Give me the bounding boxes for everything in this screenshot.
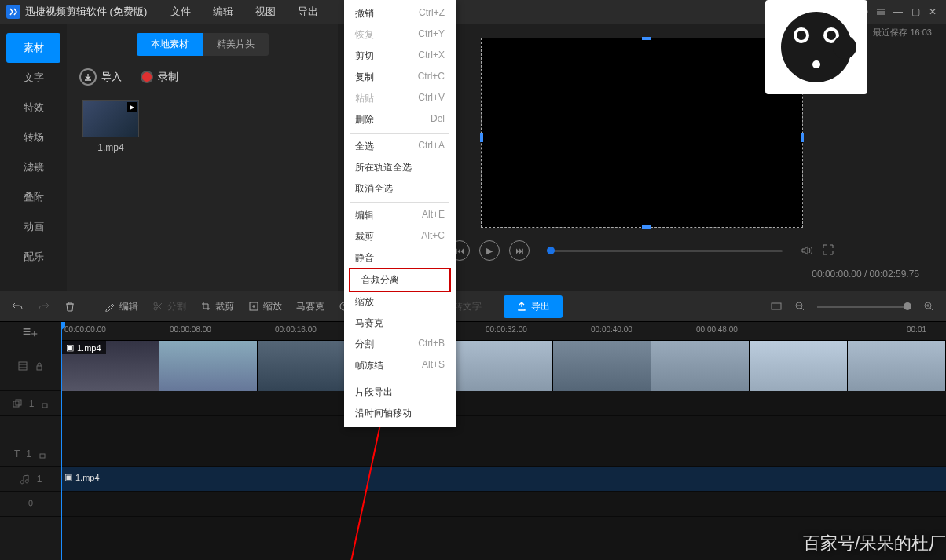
nav-overlay[interactable]: 叠附 [0,182,67,212]
maximize-button[interactable]: ▢ [908,5,922,19]
undo-button[interactable] [11,300,24,313]
close-button[interactable]: ✕ [926,5,940,19]
svg-point-2 [154,302,157,306]
ctx-split[interactable]: 分割Ctrl+B [344,334,456,355]
split-tool[interactable]: 分割 [152,300,186,313]
ctx-edit[interactable]: 编辑Alt+E [344,205,456,226]
menubar: 文件 编辑 视图 导出 [170,5,318,19]
voice-track[interactable] [61,492,946,517]
edit-tool[interactable]: 编辑 [104,300,138,313]
context-menu: 撤销Ctrl+Z 恢复Ctrl+Y 剪切Ctrl+X 复制Ctrl+C 粘贴Ct… [344,0,456,427]
last-save: 最近保存 16:03 [873,27,932,38]
ctx-select-track[interactable]: 所在轨道全选 [344,157,456,178]
ctx-zoom[interactable]: 缩放 [344,291,456,313]
ctx-export-segment[interactable]: 片段导出 [344,382,456,403]
film-icon [17,361,28,372]
asset-name: 1.mp4 [82,142,139,153]
lock-icon[interactable] [40,399,50,408]
export-button[interactable]: 导出 [504,295,563,318]
ctx-copy[interactable]: 复制Ctrl+C [344,67,456,88]
import-button[interactable]: 导入 [79,68,122,86]
asset-panel: 本地素材 精美片头 导入 录制 ▶ 1.mp4 [67,24,338,291]
audio-track[interactable]: ▣1.mp4 [61,467,946,492]
asset-thumbnail[interactable]: ▶ 1.mp4 [82,100,139,153]
ctx-undo[interactable]: 撤销Ctrl+Z [344,3,456,24]
zoom-out-icon[interactable] [794,300,806,313]
time-ruler[interactable]: 00:00:00.00 00:00:08.00 00:00:16.00 00:0… [61,322,946,341]
play-button[interactable]: ▶ [479,240,500,261]
ctx-paste[interactable]: 粘贴Ctrl+V [344,88,456,109]
minimize-button[interactable]: — [891,5,905,19]
app-icon [6,5,20,19]
ctx-select-all[interactable]: 全选Ctrl+A [344,136,456,157]
overlay-icon [12,398,23,409]
left-nav: 素材 文字 特效 转场 滤镜 叠附 动画 配乐 [0,24,67,291]
nav-effects[interactable]: 特效 [0,93,67,123]
audio-track-head[interactable]: 1 [0,467,61,492]
audio-clip: ▣1.mp4 [64,472,100,482]
redo-button[interactable] [38,300,50,313]
svg-rect-11 [37,366,42,370]
ctx-freeze[interactable]: 帧冻结Alt+S [344,355,456,376]
menu-file[interactable]: 文件 [170,5,191,19]
ctx-crop[interactable]: 裁剪Alt+C [344,226,456,247]
playhead[interactable] [61,322,62,560]
record-icon [141,71,153,83]
ctx-delete[interactable]: 删除Del [344,109,456,130]
preview-frame[interactable] [481,38,803,228]
volume-icon[interactable] [800,243,814,258]
progress-bar[interactable] [547,250,783,252]
ctx-redo[interactable]: 恢复Ctrl+Y [344,24,456,46]
video-track-head[interactable] [0,341,61,391]
nav-transition[interactable]: 转场 [0,123,67,152]
delete-button[interactable] [64,301,75,312]
text-icon: T [14,448,20,459]
fullscreen-icon[interactable] [822,243,834,258]
nav-music[interactable]: 配乐 [0,242,67,272]
time-display: 00:00:00.00 / 00:02:59.75 [812,269,919,282]
tab-title-clips[interactable]: 精美片头 [203,33,269,56]
ctx-deselect[interactable]: 取消全选 [344,178,456,199]
add-track-button[interactable]: ≡₊ [0,322,61,341]
crop-tool[interactable]: 裁剪 [200,300,234,313]
svg-rect-7 [772,303,781,309]
toolbar: 编辑 分割 裁剪 缩放 马赛克 时长 配音 语音转文字 导出 [0,291,946,322]
zoom-slider[interactable] [817,306,911,308]
nav-text[interactable]: 文字 [0,63,67,93]
clip-icon: ▣ [66,342,74,353]
nav-animation[interactable]: 动画 [0,212,67,242]
nav-filter[interactable]: 滤镜 [0,152,67,182]
ctx-cut[interactable]: 剪切Ctrl+X [344,46,456,67]
voice-track-head[interactable] [0,492,61,517]
menu-view[interactable]: 视图 [255,5,276,19]
text-track-head[interactable]: T1 [0,441,61,467]
next-frame-button[interactable]: ⏭ [509,240,530,261]
nav-assets[interactable]: 素材 [6,33,60,63]
overlay-track[interactable] [61,391,946,416]
video-clip[interactable]: ▣1.mp4 [61,341,946,391]
tab-local-assets[interactable]: 本地素材 [137,33,203,56]
ctx-detach-audio[interactable]: 音频分离 [350,269,449,291]
overlay-track-head[interactable]: 1 [0,391,61,416]
app-title: 迅捷视频剪辑软件 (免费版) [25,5,147,19]
ctx-mosaic[interactable]: 马赛克 [344,313,456,334]
svg-rect-14 [42,404,47,408]
video-track[interactable]: ▣1.mp4 [61,341,946,391]
record-button[interactable]: 录制 [141,70,178,84]
fit-icon[interactable] [770,300,783,313]
zoom-in-icon[interactable] [922,300,935,313]
overlay-track-2[interactable] [61,416,946,441]
overlay-track-head-2[interactable] [0,416,61,441]
export-icon [516,301,527,312]
menu-icon[interactable] [874,5,888,19]
import-icon [79,68,97,86]
text-track[interactable] [61,441,946,467]
menu-export[interactable]: 导出 [298,5,318,19]
lock-icon[interactable] [35,361,44,371]
ctx-move-timeline[interactable]: 沿时间轴移动 [344,403,456,424]
ctx-mute[interactable]: 静音 [344,247,456,269]
zoom-tool[interactable]: 缩放 [248,300,282,313]
mosaic-tool[interactable]: 马赛克 [296,300,324,313]
menu-edit[interactable]: 编辑 [213,5,233,19]
music-icon [20,474,31,485]
